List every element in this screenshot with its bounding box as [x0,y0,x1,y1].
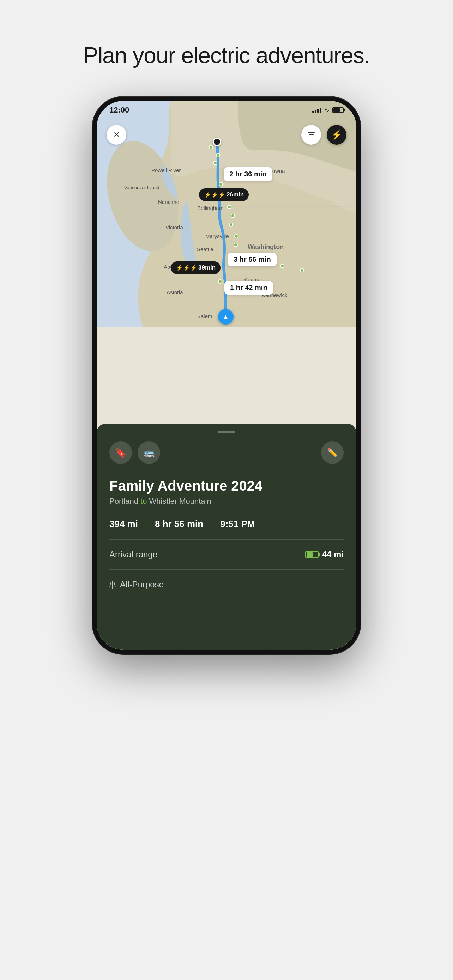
arrival-range-miles: 44 mi [322,550,343,560]
map-label-powell-river: Powell River [151,167,181,173]
battery-gauge-fill [307,552,313,557]
time-callout-3: 1 hr 42 min [224,281,273,294]
filter-button[interactable] [301,125,321,145]
status-time: 12:00 [110,105,129,115]
trip-stats: 394 mi 8 hr 56 min 9:51 PM [110,519,343,530]
arrival-range-value: 44 mi [305,550,343,560]
trip-origin: Portland [110,497,138,506]
route-separator: to [140,497,149,506]
map-area: Powell River Vancouver Island Nanaimo Vi… [97,101,356,327]
phone-mockup: Powell River Vancouver Island Nanaimo Vi… [92,97,361,654]
purpose-row: /|\ All-Purpose [110,580,343,589]
bookmark-icon: 🔖 [115,447,126,458]
map-label-victoria: Victoria [165,224,183,231]
trip-duration: 8 hr 56 min [155,519,203,530]
signal-bars-icon [312,108,321,113]
filter-icon [308,132,315,137]
time-callout-2: 3 hr 56 min [228,253,277,266]
charger-dot [229,223,233,227]
close-button[interactable]: ✕ [106,125,126,145]
panel-left-buttons: 🔖 🚌 [110,441,160,464]
divider-1 [110,539,343,540]
charging-time-1: 26min [227,191,244,198]
charging-time-2: 39min [198,264,216,271]
page-title: Plan your electric adventures. [83,42,370,68]
map-label-marysville: Marysville [205,233,229,239]
charging-callout-1: ⚡⚡⚡ 26min [199,188,249,201]
charger-dot [231,214,235,218]
share-button[interactable]: 🚌 [138,441,160,464]
charger-dot [234,234,238,239]
bottom-panel: 🔖 🚌 ✏️ Family Adventure 2024 Portland to [97,424,356,650]
trip-route: Portland to Whistler Mountain [110,497,343,506]
trip-name: Family Adventure 2024 [110,478,343,494]
origin-pin [213,138,221,146]
charger-dot [216,153,220,158]
status-icons: ∿ [312,106,343,114]
bookmark-button[interactable]: 🔖 [110,441,132,464]
charger-dot [219,182,223,186]
map-label-washington: Washington [248,243,284,251]
panel-buttons-row: 🔖 🚌 ✏️ [110,441,343,464]
edit-icon: ✏️ [327,448,338,458]
map-label-vancouver-island: Vancouver Island [124,185,159,190]
time-callout-1: 2 hr 36 min [224,167,272,181]
phone-shell: Powell River Vancouver Island Nanaimo Vi… [92,97,361,654]
charger-dot [280,264,285,268]
charging-bolts-1: ⚡⚡⚡ [204,192,225,198]
close-icon: ✕ [113,130,119,139]
lightning-button[interactable]: ⚡ [327,125,347,145]
lightning-icon: ⚡ [331,129,342,140]
trip-destination: Whistler Mountain [149,497,211,506]
divider-2 [110,570,343,570]
arrival-battery-gauge [305,551,319,558]
purpose-icon: /|\ [110,580,116,589]
panel-handle [218,431,235,433]
destination-pin[interactable]: ▲ [218,309,234,325]
map-label-salem: Salem [197,313,212,319]
trip-arrival-time: 9:51 PM [220,519,255,530]
status-bar: 12:00 ∿ [97,101,356,119]
arrival-range-label: Arrival range [110,550,157,560]
battery-icon [332,107,343,113]
charger-dot [213,161,217,165]
charger-dot [209,145,213,149]
map-label-astoria: Astoria [167,289,183,295]
phone-screen: Powell River Vancouver Island Nanaimo Vi… [97,101,356,650]
purpose-label: All-Purpose [120,580,164,589]
trip-distance: 394 mi [110,519,138,530]
map-label-nanaimo: Nanaimo [158,199,179,205]
arrival-range-row: Arrival range 44 mi [110,550,343,560]
map-label-seattle: Seattle [197,246,213,252]
wifi-icon: ∿ [324,106,329,114]
charging-bolts-2: ⚡⚡⚡ [176,264,197,271]
charger-dot [218,279,222,284]
charger-dot [234,243,238,247]
charger-dot [227,205,231,209]
share-icon: 🚌 [143,447,154,458]
map-label-bellingham: Bellingham [197,205,223,211]
edit-button[interactable]: ✏️ [321,441,343,464]
charger-dot [300,268,304,272]
charging-callout-2: ⚡⚡⚡ 39min [171,261,221,274]
